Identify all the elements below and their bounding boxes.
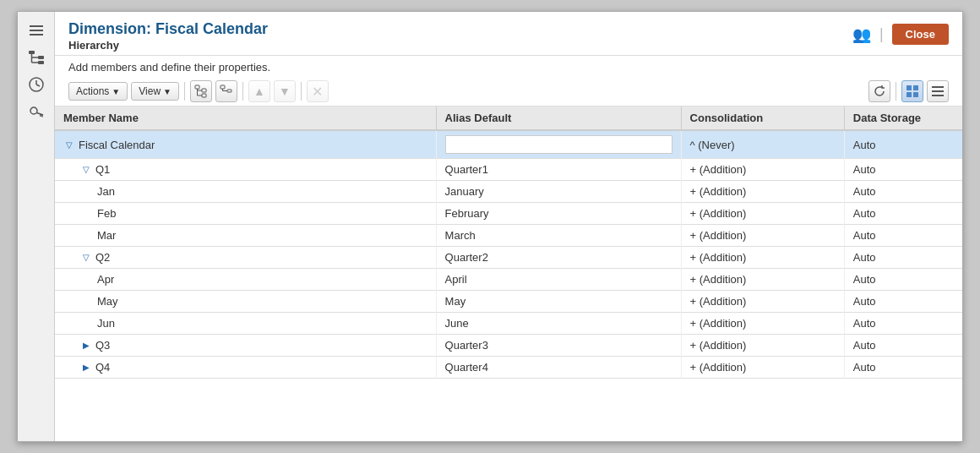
col-header-consolidation: Consolidation	[681, 106, 844, 130]
table-container: Member Name Alias Default Consolidation …	[55, 106, 962, 441]
consolidation-mar: + (Addition)	[681, 225, 844, 247]
table-row[interactable]: MarMarch+ (Addition)Auto	[55, 225, 962, 247]
move-down-button[interactable]: ▼	[274, 80, 296, 102]
actions-button[interactable]: Actions ▼	[68, 82, 128, 101]
consolidation-feb: + (Addition)	[681, 203, 844, 225]
table-header-row: Member Name Alias Default Consolidation …	[55, 106, 962, 130]
table-row[interactable]: ▶Q4Quarter4+ (Addition)Auto	[55, 357, 962, 379]
table-row[interactable]: ▽Q1Quarter1+ (Addition)Auto	[55, 159, 962, 181]
header-divider: |	[879, 25, 884, 43]
table-row[interactable]: JanJanuary+ (Addition)Auto	[55, 181, 962, 203]
refresh-button[interactable]	[868, 80, 890, 102]
svg-rect-33	[932, 90, 944, 92]
svg-rect-19	[202, 94, 206, 97]
consolidation-q2: + (Addition)	[681, 247, 844, 269]
member-name-may: May	[97, 295, 118, 308]
member-name-feb: Feb	[97, 207, 116, 220]
datastorage-mar: Auto	[844, 225, 962, 247]
sidebar-icon-hierarchy[interactable]	[23, 46, 50, 69]
alias-value-q4: Quarter4	[436, 357, 681, 379]
datastorage-jun: Auto	[844, 313, 962, 335]
list-view-button[interactable]	[927, 80, 949, 102]
sidebar-icon-list[interactable]	[23, 19, 50, 42]
collapse-hierarchy-button[interactable]	[215, 80, 237, 102]
col-header-alias: Alias Default	[436, 106, 681, 130]
tree-toggle-q4[interactable]: ▶	[80, 362, 92, 374]
actions-caret: ▼	[112, 87, 120, 96]
tree-toggle-q2[interactable]: ▽	[80, 252, 92, 264]
datastorage-may: Auto	[844, 291, 962, 313]
sidebar-icon-key[interactable]	[23, 100, 50, 123]
col-header-member: Member Name	[55, 106, 436, 130]
svg-rect-3	[29, 51, 35, 54]
toolbar-separator-3	[301, 82, 302, 101]
header-left: Dimension: Fiscal Calendar Hierarchy	[68, 20, 268, 52]
delete-button[interactable]: ✕	[307, 80, 329, 102]
header: Dimension: Fiscal Calendar Hierarchy 👥 |…	[55, 12, 962, 56]
members-table: Member Name Alias Default Consolidation …	[55, 106, 962, 379]
view-caret: ▼	[163, 87, 172, 96]
member-name-q3: Q3	[95, 339, 110, 352]
table-row[interactable]: ▶Q3Quarter3+ (Addition)Auto	[55, 335, 962, 357]
svg-rect-2	[30, 34, 43, 35]
toolbar-separator-4	[896, 82, 896, 101]
table-row[interactable]: ▽Q2Quarter2+ (Addition)Auto	[55, 247, 962, 269]
page-subtitle: Hierarchy	[68, 39, 268, 52]
datastorage-q4: Auto	[844, 357, 962, 379]
svg-rect-34	[932, 95, 944, 96]
toolbar-left: Actions ▼ View ▼	[68, 80, 329, 102]
view-label: View	[139, 85, 161, 97]
consolidation-q1: + (Addition)	[681, 159, 844, 181]
table-row[interactable]: MayMay+ (Addition)Auto	[55, 291, 962, 313]
svg-line-12	[36, 85, 40, 86]
grid-view-button[interactable]	[901, 80, 923, 102]
toolbar-separator-1	[184, 82, 185, 101]
svg-rect-29	[913, 85, 918, 90]
alias-input-fiscal_calendar[interactable]	[445, 135, 672, 154]
consolidation-q3: + (Addition)	[681, 335, 844, 357]
svg-rect-0	[30, 25, 43, 27]
datastorage-q3: Auto	[844, 335, 962, 357]
consolidation-jan: + (Addition)	[681, 181, 844, 203]
tree-toggle-q1[interactable]: ▽	[80, 164, 92, 176]
consolidation-fiscal_calendar: ^ (Never)	[681, 130, 844, 159]
member-name-jan: Jan	[97, 185, 115, 198]
alias-value-q3: Quarter3	[436, 335, 681, 357]
actions-label: Actions	[76, 85, 109, 97]
person-icon[interactable]: 👥	[852, 25, 871, 44]
move-up-button[interactable]: ▲	[248, 80, 270, 102]
datastorage-fiscal_calendar: Auto	[844, 130, 962, 159]
svg-rect-4	[38, 56, 44, 59]
alias-value-jan: January	[436, 181, 681, 203]
table-row[interactable]: ▽Fiscal Calendar^ (Never)Auto	[55, 130, 962, 159]
close-button[interactable]: Close	[892, 24, 949, 45]
svg-rect-24	[220, 85, 225, 89]
member-name-fiscal_calendar: Fiscal Calendar	[79, 139, 155, 151]
alias-value-may: May	[436, 291, 681, 313]
move-up-icon: ▲	[253, 85, 265, 98]
alias-value-q2: Quarter2	[436, 247, 681, 269]
view-button[interactable]: View ▼	[131, 82, 179, 101]
svg-rect-1	[30, 30, 43, 31]
member-name-jun: Jun	[97, 317, 115, 330]
header-right: 👥 | Close	[852, 20, 949, 45]
page-title: Dimension: Fiscal Calendar	[68, 20, 268, 38]
member-name-q4: Q4	[95, 361, 110, 374]
expand-hierarchy-button[interactable]	[190, 80, 212, 102]
table-row[interactable]: JunJune+ (Addition)Auto	[55, 313, 962, 335]
table-row[interactable]: AprApril+ (Addition)Auto	[55, 269, 962, 291]
svg-rect-18	[202, 89, 206, 92]
alias-value-q1: Quarter1	[436, 159, 681, 181]
svg-rect-5	[38, 61, 44, 64]
alias-value-mar: March	[436, 225, 681, 247]
toolbar-separator-2	[242, 82, 243, 101]
tree-toggle-q3[interactable]: ▶	[80, 340, 92, 352]
sidebar-icon-clock[interactable]	[23, 73, 50, 96]
table-body: ▽Fiscal Calendar^ (Never)Auto▽Q1Quarter1…	[55, 130, 962, 379]
datastorage-feb: Auto	[844, 203, 962, 225]
consolidation-apr: + (Addition)	[681, 269, 844, 291]
tree-toggle-fiscal_calendar[interactable]: ▽	[63, 139, 75, 150]
datastorage-jan: Auto	[844, 181, 962, 203]
delete-icon: ✕	[312, 84, 323, 100]
table-row[interactable]: FebFebruary+ (Addition)Auto	[55, 203, 962, 225]
